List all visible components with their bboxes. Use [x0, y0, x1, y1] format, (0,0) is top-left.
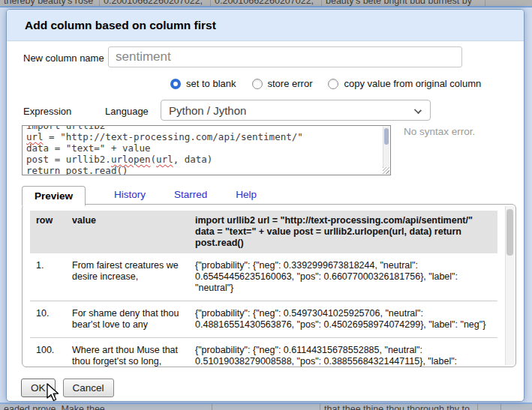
- radio-store-error-icon[interactable]: [252, 79, 263, 89]
- on-error-options: set to blank store error copy value from…: [170, 78, 481, 89]
- bg-top-cell: 0.20010662260207022,: [211, 0, 322, 6]
- chevron-down-icon: [414, 106, 422, 114]
- expression-label: Expression: [23, 106, 71, 117]
- cancel-button[interactable]: Cancel: [63, 379, 114, 397]
- preview-table-header: row value import urllib2 url = "http://t…: [30, 211, 497, 253]
- new-column-name-input[interactable]: [108, 46, 462, 67]
- background-table-bottom: eaded prove. Make thee that thee thine t…: [0, 403, 532, 410]
- tab-preview[interactable]: Preview: [22, 186, 86, 206]
- dialog-title: Add column based on column first: [25, 19, 216, 31]
- editor-scrollbar-thumb[interactable]: [384, 128, 389, 145]
- table-row: 1. From fairest creatures we desire incr…: [30, 253, 497, 301]
- bg-bottom-cell: eaded prove. Make thee: [0, 404, 212, 410]
- option-set-to-blank[interactable]: set to blank: [170, 78, 236, 89]
- col-header-value: value: [72, 215, 186, 249]
- dialog-buttons: OK Cancel: [21, 379, 114, 397]
- screen: thereby beauty's rose 0.2001066226020702…: [0, 0, 532, 410]
- language-select[interactable]: Python / Jython: [161, 100, 431, 121]
- expression-editor[interactable]: import urllib2 url = "http://text-proces…: [22, 125, 391, 175]
- background-table-top: thereby beauty's rose 0.2001066226020702…: [0, 0, 532, 7]
- bg-top-cell: 0.20010662260207022,: [100, 0, 211, 6]
- preview-table: row value import urllib2 url = "http://t…: [30, 211, 497, 367]
- radio-set-to-blank-label[interactable]: set to blank: [186, 78, 236, 89]
- new-column-name-label: New column name: [23, 52, 104, 64]
- syntax-status: No syntax error.: [404, 126, 475, 137]
- bg-bottom-cell: [212, 404, 320, 410]
- radio-store-error-label[interactable]: store error: [268, 78, 313, 89]
- language-selected-value: Python / Jython: [169, 104, 246, 117]
- code-line-post: post = urllib2.urlopen(url, data): [26, 154, 390, 165]
- tab-bar: Preview History Starred Help: [22, 185, 257, 205]
- row-index: 10.: [36, 308, 63, 331]
- option-copy-value[interactable]: copy value from original column: [328, 78, 481, 89]
- tab-starred[interactable]: Starred: [174, 185, 207, 205]
- bg-top-cell: thereby beauty's rose: [0, 0, 100, 6]
- bg-bottom-cell: [478, 404, 501, 410]
- bg-bottom-cell: [501, 404, 532, 410]
- col-header-expression: import urllib2 url = "http://text-proces…: [195, 215, 491, 249]
- tab-history[interactable]: History: [114, 185, 146, 205]
- row-result: {"probability": {"neg": 0.54973041025925…: [195, 308, 491, 331]
- row-value: For shame deny that thou bear'st love to…: [72, 308, 186, 331]
- row-result: {"probability": {"neg": 0.61144315678552…: [195, 345, 491, 367]
- mouse-cursor-icon: [46, 383, 59, 403]
- row-result: {"probability": {"neg": 0.33929996738182…: [195, 260, 491, 294]
- resize-grip-icon[interactable]: [383, 167, 389, 174]
- bg-top-text: 0.20010662260207022,: [215, 0, 321, 6]
- preview-scrollbar[interactable]: [505, 206, 514, 365]
- bg-top-text: thereby beauty's rose: [4, 0, 99, 6]
- code-line-data: data = "text=" + value: [26, 142, 390, 154]
- bg-bottom-cell: that thee thine thou thorough thy to: [320, 404, 478, 410]
- row-value: From fairest creatures we desire increas…: [72, 260, 186, 294]
- code-line-import: import urllib2: [26, 125, 390, 131]
- preview-panel: row value import urllib2 url = "http://t…: [22, 204, 516, 367]
- table-row: 10. For shame deny that thou bear'st lov…: [30, 301, 497, 337]
- radio-copy-value-label[interactable]: copy value from original column: [344, 78, 481, 89]
- tab-help[interactable]: Help: [236, 185, 257, 205]
- table-row: 100. Where art thou Muse that thou forge…: [30, 337, 497, 367]
- code-line-url: url = "http://text-processing.com/api/se…: [26, 131, 390, 142]
- code-line-return: return post.read(): [26, 165, 390, 175]
- col-header-row: row: [36, 215, 63, 249]
- editor-scrollbar[interactable]: [383, 127, 389, 167]
- bg-bottom-text: eaded prove. Make thee: [4, 404, 212, 410]
- preview-scrollbar-thumb[interactable]: [506, 209, 513, 256]
- row-index: 1.: [36, 260, 63, 294]
- dialog-header: Add column based on column first: [7, 10, 524, 41]
- expression-code: import urllib2 url = "http://text-proces…: [26, 125, 390, 175]
- option-store-error[interactable]: store error: [252, 78, 313, 89]
- dialog-body: New column name set to blank store error…: [7, 41, 524, 402]
- bg-top-cell: beauty's bete bright bud burnest by: [322, 0, 485, 6]
- bg-top-text: beauty's bete bright bud burnest by: [326, 0, 485, 6]
- radio-set-to-blank-icon[interactable]: [170, 79, 181, 89]
- bg-top-cell: [485, 0, 532, 6]
- row-value: Where art thou Muse that thou forget'st …: [72, 345, 186, 367]
- bg-top-text: 0.20010662260207022,: [104, 0, 210, 6]
- row-index: 100.: [36, 345, 63, 367]
- bg-bottom-text: that thee thine thou thorough thy to: [324, 404, 477, 410]
- radio-copy-value-icon[interactable]: [328, 79, 338, 89]
- add-column-dialog: Add column based on column first New col…: [6, 9, 524, 402]
- language-label: Language: [105, 106, 149, 117]
